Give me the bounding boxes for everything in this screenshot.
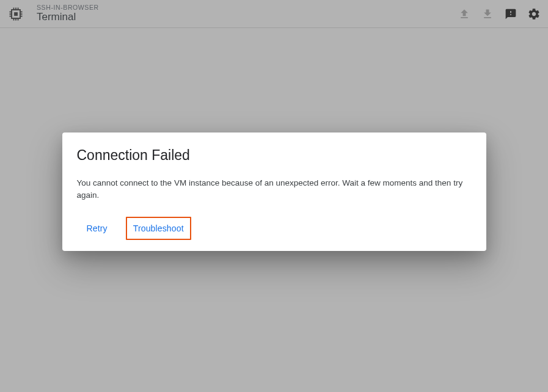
dialog-message: You cannot connect to the VM instance be… [77,177,472,201]
header-eyebrow: SSH-IN-BROWSER [37,4,458,12]
header-title: Terminal [37,12,458,23]
svg-rect-1 [14,12,18,16]
download-icon[interactable] [481,7,494,21]
modal-backdrop: Connection Failed You cannot connect to … [0,28,548,392]
connection-failed-dialog: Connection Failed You cannot connect to … [62,132,486,251]
header-actions [458,7,541,21]
dialog-title: Connection Failed [77,147,472,164]
app-header: SSH-IN-BROWSER Terminal [0,0,548,28]
feedback-icon[interactable] [504,7,517,21]
retry-button[interactable]: Retry [81,217,114,239]
upload-icon[interactable] [458,7,471,21]
troubleshoot-button[interactable]: Troubleshoot [126,217,191,240]
dialog-actions: Retry Troubleshoot [77,217,472,240]
gear-icon[interactable] [527,7,541,21]
cpu-chip-icon [7,5,24,23]
header-title-group: SSH-IN-BROWSER Terminal [37,4,458,23]
